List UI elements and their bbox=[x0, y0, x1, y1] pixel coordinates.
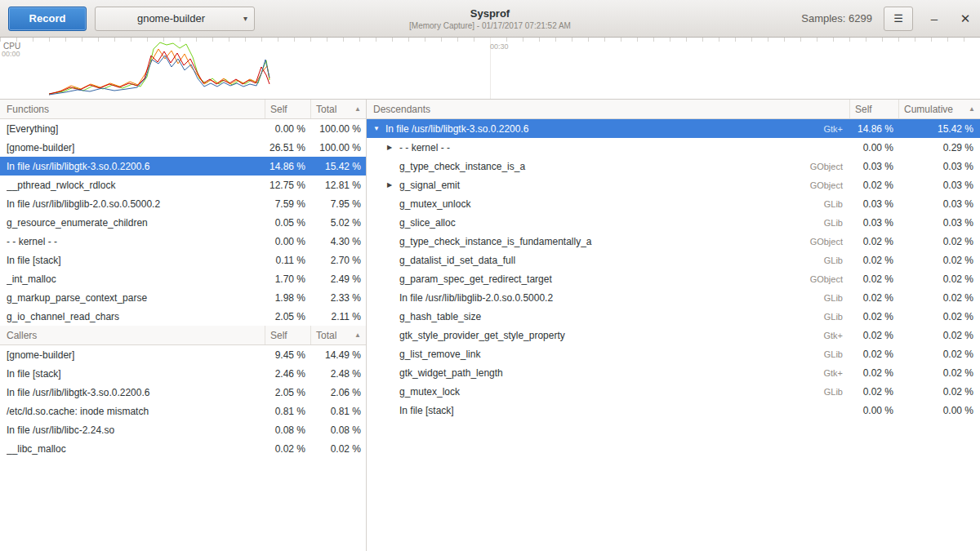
indent-spacer bbox=[372, 410, 385, 411]
cumulative-percent: 0.02 % bbox=[898, 311, 980, 322]
descendant-row[interactable]: g_mutex_lock GLib 0.02 % 0.02 % bbox=[367, 382, 980, 401]
function-row[interactable]: g_markup_parse_context_parse 1.98 % 2.33… bbox=[0, 288, 366, 307]
self-column-label: Self bbox=[855, 104, 872, 115]
self-percent: 14.86 % bbox=[265, 161, 310, 172]
functions-column-header[interactable]: Functions bbox=[0, 100, 265, 118]
cpu-usage-graph[interactable]: CPU 00:00 00:30 bbox=[0, 38, 980, 99]
caller-row[interactable]: In file /usr/lib/libc-2.24.so 0.08 % 0.0… bbox=[0, 420, 366, 439]
descendant-name: g_list_remove_link bbox=[399, 349, 789, 360]
descendant-name: In file [stack] bbox=[399, 405, 789, 416]
function-row[interactable]: - - kernel - - 0.00 % 4.30 % bbox=[0, 232, 366, 251]
library-tag: Gtk+ bbox=[789, 124, 849, 134]
descendants-rows: ▼ In file /usr/lib/libgtk-3.so.0.2200.6 … bbox=[367, 119, 980, 420]
function-row[interactable]: [Everything] 0.00 % 100.00 % bbox=[0, 119, 366, 138]
cumulative-percent: 0.02 % bbox=[898, 273, 980, 285]
descendant-row[interactable]: g_hash_table_size GLib 0.02 % 0.02 % bbox=[367, 307, 980, 326]
descendant-row[interactable]: In file [stack] 0.00 % 0.00 % bbox=[367, 401, 980, 420]
self-percent: 0.02 % bbox=[849, 349, 898, 360]
function-row[interactable]: _int_malloc 1.70 % 2.49 % bbox=[0, 269, 366, 288]
total-percent: 2.48 % bbox=[310, 368, 366, 380]
descendants-self-column-header[interactable]: Self bbox=[849, 100, 898, 118]
caller-row[interactable]: [gnome-builder] 9.45 % 14.49 % bbox=[0, 345, 366, 364]
descendants-column-header[interactable]: Descendants bbox=[367, 100, 849, 118]
callers-total-column-header[interactable]: Total ▲ bbox=[310, 326, 366, 344]
descendant-name: gtk_style_provider_get_style_property bbox=[399, 330, 789, 341]
self-percent: 0.02 % bbox=[849, 180, 898, 191]
descendant-name: In file /usr/lib/libglib-2.0.so.0.5000.2 bbox=[399, 292, 789, 304]
function-name: [Everything] bbox=[7, 123, 265, 135]
descendant-row[interactable]: gtk_style_provider_get_style_property Gt… bbox=[367, 326, 980, 344]
self-percent: 0.02 % bbox=[849, 273, 898, 285]
left-pane: Functions Self Total ▲ [Everything] 0.00… bbox=[0, 100, 367, 551]
descendant-name: gtk_widget_path_length bbox=[399, 367, 789, 379]
cumulative-percent: 0.02 % bbox=[898, 349, 980, 360]
process-selector-label: gnome-builder bbox=[102, 12, 240, 24]
menu-button[interactable]: ☰ bbox=[884, 7, 913, 31]
self-percent: 0.81 % bbox=[265, 406, 310, 417]
callers-self-column-header[interactable]: Self bbox=[265, 326, 310, 344]
cumulative-percent: 0.02 % bbox=[898, 236, 980, 247]
close-button[interactable]: ✕ bbox=[956, 11, 975, 26]
total-percent: 2.06 % bbox=[310, 387, 366, 398]
functions-total-column-header[interactable]: Total ▲ bbox=[310, 100, 366, 118]
callers-column-header[interactable]: Callers bbox=[0, 326, 265, 344]
descendant-row[interactable]: ▶ g_signal_emit GObject 0.02 % 0.03 % bbox=[367, 176, 980, 194]
descendant-row[interactable]: In file /usr/lib/libglib-2.0.so.0.5000.2… bbox=[367, 288, 980, 307]
tree-expander-icon[interactable]: ▶ bbox=[385, 181, 399, 189]
caller-row[interactable]: In file [stack] 2.46 % 2.48 % bbox=[0, 364, 366, 383]
caller-row[interactable]: __libc_malloc 0.02 % 0.02 % bbox=[0, 439, 366, 458]
functions-self-column-header[interactable]: Self bbox=[265, 100, 310, 118]
timeline-tick-start: 00:00 bbox=[2, 50, 20, 58]
tree-expander-icon[interactable]: ▼ bbox=[372, 125, 385, 132]
caller-row[interactable]: /etc/ld.so.cache: inode mismatch 0.81 % … bbox=[0, 402, 366, 420]
indent-spacer bbox=[372, 203, 385, 204]
descendant-row[interactable]: g_param_spec_get_redirect_target GObject… bbox=[367, 269, 980, 288]
caller-row[interactable]: In file /usr/lib/libgtk-3.so.0.2200.6 2.… bbox=[0, 383, 366, 402]
indent-spacer bbox=[372, 391, 385, 392]
function-row[interactable]: In file /usr/lib/libglib-2.0.so.0.5000.2… bbox=[0, 194, 366, 213]
descendant-row[interactable]: ▶ - - kernel - - 0.00 % 0.29 % bbox=[367, 138, 980, 157]
descendant-row[interactable]: ▼ In file /usr/lib/libgtk-3.so.0.2200.6 … bbox=[367, 119, 980, 138]
total-percent: 15.42 % bbox=[310, 161, 366, 172]
descendant-name: g_signal_emit bbox=[399, 180, 789, 191]
descendant-row[interactable]: g_list_remove_link GLib 0.02 % 0.02 % bbox=[367, 344, 980, 363]
library-tag: Gtk+ bbox=[789, 331, 849, 340]
sort-ascending-icon: ▲ bbox=[969, 105, 975, 113]
function-row[interactable]: g_io_channel_read_chars 2.05 % 2.11 % bbox=[0, 307, 366, 326]
descendant-row[interactable]: g_datalist_id_set_data_full GLib 0.02 % … bbox=[367, 251, 980, 269]
descendant-row[interactable]: gtk_widget_path_length Gtk+ 0.02 % 0.02 … bbox=[367, 363, 980, 382]
headerbar: Record gnome-builder ▾ Sysprof [Memory C… bbox=[0, 0, 980, 38]
function-name: In file /usr/lib/libglib-2.0.so.0.5000.2 bbox=[7, 198, 265, 210]
function-row[interactable]: In file [stack] 0.11 % 2.70 % bbox=[0, 251, 366, 269]
tree-expander-icon[interactable]: ▶ bbox=[385, 144, 399, 151]
process-selector-dropdown[interactable]: gnome-builder ▾ bbox=[95, 7, 255, 31]
function-row[interactable]: __pthread_rwlock_rdlock 12.75 % 12.81 % bbox=[0, 176, 366, 194]
descendant-row[interactable]: g_type_check_instance_is_a GObject 0.03 … bbox=[367, 157, 980, 176]
self-percent: 0.02 % bbox=[849, 292, 898, 304]
total-percent: 2.33 % bbox=[310, 292, 366, 304]
cumulative-percent: 0.02 % bbox=[898, 386, 980, 398]
descendant-name: - - kernel - - bbox=[399, 142, 789, 153]
self-percent: 0.08 % bbox=[265, 424, 310, 436]
record-button[interactable]: Record bbox=[8, 7, 87, 31]
descendant-row[interactable]: g_type_check_instance_is_fundamentally_a… bbox=[367, 232, 980, 251]
self-percent: 0.02 % bbox=[265, 443, 310, 455]
descendants-cumulative-column-header[interactable]: Cumulative ▲ bbox=[898, 100, 980, 118]
descendant-row[interactable]: g_slice_alloc GLib 0.03 % 0.03 % bbox=[367, 213, 980, 232]
self-percent: 0.00 % bbox=[849, 142, 898, 153]
self-percent: 1.98 % bbox=[265, 292, 310, 304]
self-percent: 0.11 % bbox=[265, 255, 310, 266]
function-name: g_markup_parse_context_parse bbox=[7, 292, 265, 304]
function-row[interactable]: In file /usr/lib/libgtk-3.so.0.2200.6 14… bbox=[0, 157, 366, 176]
self-percent: 0.00 % bbox=[849, 405, 898, 416]
total-percent: 7.95 % bbox=[310, 198, 366, 210]
library-tag: GObject bbox=[789, 162, 849, 171]
sort-ascending-icon: ▲ bbox=[354, 105, 361, 113]
function-row[interactable]: g_resource_enumerate_children 0.05 % 5.0… bbox=[0, 213, 366, 232]
descendant-row[interactable]: g_mutex_unlock GLib 0.03 % 0.03 % bbox=[367, 194, 980, 213]
caller-name: __libc_malloc bbox=[7, 443, 265, 455]
minimize-button[interactable]: – bbox=[924, 11, 944, 25]
right-pane: Descendants Self Cumulative ▲ ▼ In file … bbox=[367, 100, 980, 551]
cumulative-percent: 0.02 % bbox=[898, 292, 980, 304]
function-row[interactable]: [gnome-builder] 26.51 % 100.00 % bbox=[0, 138, 366, 157]
